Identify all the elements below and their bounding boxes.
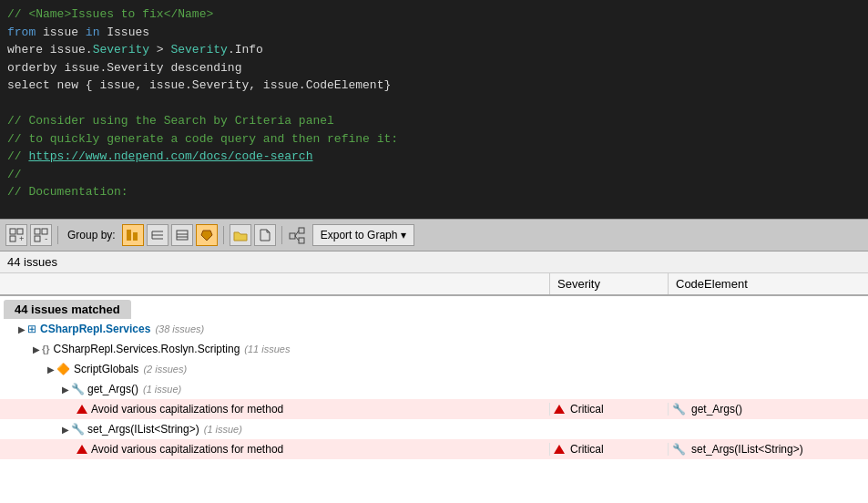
tree-cell-name-method1: ▶ 🔧 get_Args() (1 issue)	[0, 383, 549, 395]
column-headers: Severity CodeElement	[0, 273, 868, 296]
sev2-label: Critical	[570, 443, 604, 456]
export-arrow: ▾	[401, 229, 406, 241]
tree-row-method1[interactable]: ▶ 🔧 get_Args() (1 issue)	[0, 379, 868, 399]
triangle-method2: ▶	[62, 425, 69, 435]
folder-btn[interactable]	[230, 224, 251, 246]
group-btn-4[interactable]	[196, 224, 218, 246]
separator-2	[223, 226, 224, 244]
svg-rect-20	[299, 238, 304, 243]
code-line-11: // Documentation:	[7, 183, 861, 201]
code-line-9: // https://www.ndepend.com/docs/code-sea…	[7, 148, 861, 166]
export-to-graph-button[interactable]: Export to Graph ▾	[312, 224, 415, 246]
add-group-icon: +	[9, 228, 24, 242]
code-line-3: where issue.Severity > Severity.Info	[7, 41, 861, 59]
code2-element: set_Args(IList<String>)	[691, 443, 803, 456]
tree-cell-name-method2: ▶ 🔧 set_Args(IList<String>) (1 issue)	[0, 423, 549, 436]
class-icon: 🔶	[56, 363, 70, 375]
triangle-class: ▶	[47, 364, 55, 375]
code-editor: // <Name>Issues to fix</Name> from issue…	[0, 0, 868, 219]
toolbar: + - Group by:	[0, 219, 868, 252]
tree-cell-sev-issue2: Critical	[549, 443, 668, 456]
triangle-root: ▶	[18, 324, 26, 334]
svg-text:+: +	[19, 235, 24, 242]
svg-line-21	[295, 231, 299, 236]
code-line-6	[7, 95, 861, 113]
tree-row-root[interactable]: ▶ ⊞ CSharpRepl.Services (38 issues)	[0, 319, 868, 339]
tree-container: ▶ ⊞ CSharpRepl.Services (38 issues) ▶ {}…	[0, 319, 868, 459]
namespace-name: CSharpRepl.Services.Roslyn.Scripting	[54, 343, 240, 355]
col-severity-header: Severity	[549, 273, 668, 294]
tree-row-method2[interactable]: ▶ 🔧 set_Args(IList<String>) (1 issue)	[0, 419, 868, 439]
sev1-critical-icon	[554, 405, 565, 414]
tree-row-issue1[interactable]: Avoid various capitalizations for method…	[0, 399, 868, 419]
group-btn-2[interactable]	[147, 224, 168, 246]
svg-rect-19	[299, 228, 304, 233]
separator-3	[281, 226, 282, 244]
tree-cell-sev-issue1: Critical	[549, 403, 668, 416]
tree-cell-name-issue1: Avoid various capitalizations for method	[0, 403, 549, 416]
col-name-header	[0, 273, 549, 294]
svg-line-22	[295, 236, 299, 241]
issue2-critical-icon	[77, 445, 87, 454]
class-name: ScriptGlobals	[74, 363, 138, 375]
method2-count: (1 issue)	[204, 424, 242, 435]
code-line-2: from issue in Issues	[7, 24, 861, 42]
root-name: CSharpRepl.Services	[40, 323, 150, 335]
group-by-label: Group by:	[67, 229, 116, 241]
method1-icon: 🔧	[71, 383, 85, 395]
tree-row-class[interactable]: ▶ 🔶 ScriptGlobals (2 issues)	[0, 359, 868, 379]
group-icon-3	[175, 229, 189, 241]
file-icon	[258, 229, 272, 241]
code-line-4: orderby issue.Severity descending	[7, 59, 861, 77]
issues-bar: 44 issues	[0, 252, 868, 273]
tree-cell-name-namespace: ▶ {} CSharpRepl.Services.Roslyn.Scriptin…	[0, 343, 549, 355]
namespace-count: (11 issues	[244, 344, 290, 354]
svg-rect-0	[10, 229, 15, 234]
code-line-10: //	[7, 166, 861, 184]
method2-icon: 🔧	[71, 423, 85, 436]
export-graph-icon	[288, 226, 306, 244]
class-count: (2 issues)	[143, 364, 187, 375]
issues-count: 44 issues	[7, 255, 57, 269]
tree-cell-code-issue1: 🔧 get_Args()	[668, 403, 868, 416]
group-icon-1	[126, 229, 140, 241]
svg-marker-17	[201, 231, 212, 241]
svg-rect-9	[133, 232, 138, 241]
sev2-critical-icon	[554, 445, 565, 454]
tree-cell-name-class: ▶ 🔶 ScriptGlobals (2 issues)	[0, 363, 549, 375]
sev1-label: Critical	[570, 403, 604, 416]
code-line-8: // to quickly generate a code query and …	[7, 130, 861, 149]
group-btn-3[interactable]	[171, 224, 193, 246]
svg-rect-6	[35, 236, 40, 241]
triangle-namespace: ▶	[33, 344, 40, 354]
matched-label: 44 issues matched	[0, 296, 868, 319]
svg-rect-5	[42, 229, 47, 234]
tree-row-namespace[interactable]: ▶ {} CSharpRepl.Services.Roslyn.Scriptin…	[0, 339, 868, 359]
tree-cell-name-issue2: Avoid various capitalizations for method	[0, 443, 549, 456]
remove-group-button[interactable]: -	[30, 224, 52, 246]
code1-method-icon: 🔧	[672, 403, 686, 416]
tree-cell-name-root: ▶ ⊞ CSharpRepl.Services (38 issues)	[0, 323, 549, 335]
export-label: Export to Graph	[321, 229, 398, 241]
folder-icon	[233, 229, 248, 241]
group-icon-4	[199, 229, 214, 241]
namespace-icon: {}	[42, 344, 50, 354]
add-group-button[interactable]: +	[5, 224, 27, 246]
tree-row-issue2[interactable]: Avoid various capitalizations for method…	[0, 439, 868, 459]
file-btn[interactable]	[254, 224, 276, 246]
issue1-critical-icon	[77, 405, 87, 414]
svg-rect-18	[290, 233, 295, 239]
col-code-header: CodeElement	[668, 273, 868, 294]
root-count: (38 issues)	[155, 323, 204, 334]
remove-group-icon: -	[34, 228, 48, 242]
svg-rect-4	[35, 229, 40, 234]
svg-text:-: -	[44, 235, 48, 242]
group-btn-1[interactable]	[122, 224, 144, 246]
issue2-name: Avoid various capitalizations for method	[91, 443, 283, 456]
code2-method-icon: 🔧	[672, 443, 686, 456]
svg-rect-2	[10, 236, 15, 241]
method1-name: get_Args()	[87, 383, 138, 395]
code-line-5: select new { issue, issue.Severity, issu…	[7, 77, 861, 95]
code1-element: get_Args()	[691, 403, 742, 416]
svg-rect-14	[177, 231, 188, 240]
